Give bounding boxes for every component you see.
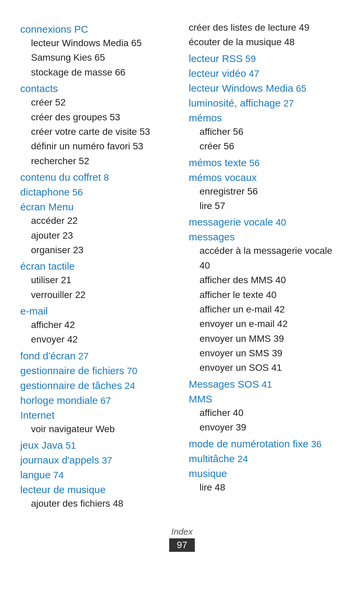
sub-item: voir navigateur Web <box>20 422 175 436</box>
sub-item: lire 57 <box>189 199 344 213</box>
category-label: dictaphone <box>20 186 70 198</box>
category-label: mémos <box>189 112 344 124</box>
index-category-inline: mémos texte 56 <box>189 157 344 169</box>
category-label: e-mail <box>20 305 175 317</box>
sub-item: organiser 23 <box>20 243 175 257</box>
index-category-inline: gestionnaire de tâches 24 <box>20 380 175 391</box>
index-category-inline: journaux d'appels 37 <box>20 454 175 466</box>
sub-item: écouter de la musique 48 <box>189 35 344 49</box>
sub-item: envoyer un MMS 39 <box>189 331 344 346</box>
category-label: lecteur de musique <box>20 484 175 496</box>
page-num: 24 <box>235 454 248 464</box>
index-category: lecteur de musiqueajouter des fichiers 4… <box>20 484 175 511</box>
page-num: 70 <box>124 366 138 376</box>
sub-item: créer des groupes 53 <box>20 110 175 124</box>
sub-item: utiliser 21 <box>20 273 175 287</box>
index-category-inline: messagerie vocale 40 <box>189 216 344 228</box>
sub-item: afficher 56 <box>189 124 344 139</box>
index-category-inline: lecteur RSS 59 <box>189 53 344 64</box>
category-label: connexions PC <box>20 24 175 35</box>
category-label: mémos texte <box>189 157 247 168</box>
category-label: messages <box>189 231 344 243</box>
index-category-inline: fond d'écran 27 <box>20 350 175 362</box>
sub-item: envoyer 39 <box>189 420 344 435</box>
page-num: 37 <box>99 455 112 466</box>
sub-item: accéder à la messagerie vocale 40 <box>189 243 344 273</box>
sub-item: enregistrer 56 <box>189 184 344 199</box>
category-label: lecteur Windows Media <box>189 83 293 94</box>
sub-item: créer 56 <box>189 139 344 153</box>
sub-continuation: créer des listes de lecture 49écouter de… <box>189 20 344 50</box>
footer-label: Index <box>20 527 344 537</box>
sub-item: envoyer un SMS 39 <box>189 346 344 360</box>
sub-item: afficher 40 <box>189 406 344 420</box>
page-num: 47 <box>246 68 259 79</box>
index-category-inline: gestionnaire de fichiers 70 <box>20 365 175 377</box>
index-category: écran tactileutiliser 21verrouiller 22 <box>20 261 175 302</box>
right-column: créer des listes de lecture 49écouter de… <box>185 20 344 513</box>
sub-item: ajouter des fichiers 48 <box>20 496 175 511</box>
category-label: jeux Java <box>20 440 63 451</box>
category-label: horloge mondiale <box>20 395 98 406</box>
page-num: 36 <box>308 439 322 449</box>
sub-item: Samsung Kies 65 <box>20 50 175 65</box>
category-label: écran Menu <box>20 201 175 213</box>
index-category-inline-multiline: mode de numérotation fixe 36 <box>189 438 344 450</box>
sub-item: envoyer un SOS 41 <box>189 360 344 375</box>
page-num: 65 <box>293 83 306 94</box>
index-category: mémos vocauxenregistrer 56lire 57 <box>189 172 344 213</box>
page-num: 51 <box>63 440 76 451</box>
sub-item: verrouiller 22 <box>20 288 175 302</box>
page-num: 74 <box>51 470 64 480</box>
left-column: connexions PClecteur Windows Media 65Sam… <box>20 20 185 513</box>
page-num: 27 <box>281 98 294 109</box>
category-label: lecteur vidéo <box>189 68 246 79</box>
index-category-inline: multitâche 24 <box>189 453 344 465</box>
sub-item: accéder 22 <box>20 213 175 228</box>
category-label: gestionnaire de fichiers <box>20 365 124 376</box>
page-num: 56 <box>247 158 260 168</box>
page-num: 59 <box>243 54 256 64</box>
category-label: MMS <box>189 393 344 405</box>
category-label: lecteur RSS <box>189 53 243 64</box>
index-category-inline: luminosité, affichage 27 <box>189 97 344 109</box>
index-category: mémosafficher 56créer 56 <box>189 112 344 154</box>
index-category: Internetvoir navigateur Web <box>20 410 175 436</box>
sub-item: stockage de masse 66 <box>20 65 175 80</box>
sub-item: lecteur Windows Media 65 <box>20 36 175 50</box>
sub-item: créer 52 <box>20 95 175 110</box>
category-label: luminosité, affichage <box>189 97 281 109</box>
index-category-inline: langue 74 <box>20 469 175 481</box>
sub-item: afficher le texte 40 <box>189 288 344 302</box>
page-num: 67 <box>98 395 111 406</box>
category-label: mémos vocaux <box>189 172 344 183</box>
page-num: 24 <box>122 381 135 391</box>
category-label: mode de numérotation fixe <box>189 438 308 449</box>
index-category: musiquelire 48 <box>189 468 344 495</box>
index-category-inline: lecteur Windows Media 65 <box>189 83 344 94</box>
category-label: langue <box>20 469 51 480</box>
page-num: 40 <box>273 217 286 228</box>
sub-item: envoyer 42 <box>20 332 175 347</box>
sub-item: lire 48 <box>189 480 344 495</box>
category-label: musique <box>189 468 344 479</box>
index-category: e-mailafficher 42envoyer 42 <box>20 305 175 347</box>
page-num: 8 <box>101 172 109 183</box>
index-category: MMSafficher 40envoyer 39 <box>189 393 344 435</box>
index-category: écran Menuaccéder 22ajouter 23organiser … <box>20 201 175 257</box>
index-category-inline: contenu du coffret 8 <box>20 172 175 183</box>
category-label: contacts <box>20 83 175 94</box>
sub-item: créer votre carte de visite 53 <box>20 124 175 139</box>
sub-item: rechercher 52 <box>20 154 175 168</box>
index-category: contactscréer 52créer des groupes 53crée… <box>20 83 175 168</box>
index-category-inline: dictaphone 56 <box>20 186 175 198</box>
sub-item: afficher 42 <box>20 318 175 332</box>
category-label: journaux d'appels <box>20 454 99 466</box>
sub-item: ajouter 23 <box>20 228 175 243</box>
index-category: messagesaccéder à la messagerie vocale 4… <box>189 231 344 375</box>
sub-item: afficher un e-mail 42 <box>189 302 344 317</box>
sub-item: envoyer un e-mail 42 <box>189 317 344 331</box>
index-category-inline: lecteur vidéo 47 <box>189 68 344 79</box>
category-label: fond d'écran <box>20 350 75 361</box>
category-label: gestionnaire de tâches <box>20 380 122 391</box>
